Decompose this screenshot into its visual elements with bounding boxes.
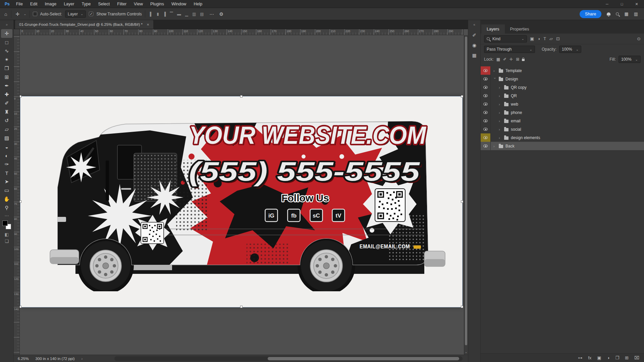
- expand-chevron-icon[interactable]: ›: [499, 111, 502, 115]
- filter-adjustment-layers-icon[interactable]: ◑: [537, 36, 540, 41]
- move-tool[interactable]: ✛: [1, 29, 12, 38]
- menu-window[interactable]: Window: [168, 0, 190, 8]
- screen-mode-icon[interactable]: ❏: [1, 238, 12, 244]
- expand-chevron-icon[interactable]: ›: [493, 144, 496, 148]
- vertical-scrollbar-thumb[interactable]: [465, 37, 467, 345]
- lock-image-icon[interactable]: ✐: [503, 57, 506, 62]
- expand-chevron-icon[interactable]: ›: [493, 77, 497, 80]
- lasso-tool[interactable]: ∿: [1, 47, 12, 55]
- layer-name[interactable]: Template: [505, 68, 522, 73]
- expand-chevron-icon[interactable]: ›: [499, 127, 502, 131]
- lock-all-icon[interactable]: [522, 59, 525, 61]
- layer-name[interactable]: social: [511, 127, 521, 132]
- align-bottom-icon[interactable]: ▁: [183, 12, 190, 16]
- layer-name[interactable]: QR: [511, 94, 517, 98]
- transform-handle-top-left[interactable]: [20, 95, 21, 98]
- align-top-icon[interactable]: ▔: [168, 12, 174, 16]
- layer-mask-icon[interactable]: ▣: [597, 355, 601, 360]
- auto-select-target-dropdown[interactable]: Layer ⌄: [65, 10, 86, 18]
- ruler-corner[interactable]: [14, 29, 20, 35]
- dodge-tool[interactable]: ◐: [1, 151, 12, 160]
- layer-row-template[interactable]: ›Template: [481, 66, 644, 75]
- hand-tool[interactable]: ✋: [1, 195, 12, 203]
- visibility-eye-icon[interactable]: [483, 94, 488, 97]
- foreground-color-swatch[interactable]: [2, 221, 8, 226]
- search-icon[interactable]: [616, 12, 619, 15]
- menu-view[interactable]: View: [130, 0, 147, 8]
- transform-handle-bottom-right[interactable]: [461, 306, 463, 308]
- fill-input[interactable]: 100% ⌄: [619, 56, 641, 63]
- distribute-h-icon[interactable]: ▥: [191, 12, 198, 16]
- minimize-button[interactable]: ─: [600, 0, 614, 8]
- adjustment-layer-icon[interactable]: ◑: [607, 355, 610, 360]
- filter-smart-objects-icon[interactable]: ⊡: [556, 36, 560, 41]
- clone-stamp-tool[interactable]: ♜: [1, 108, 12, 116]
- delete-layer-icon[interactable]: ⌧: [634, 355, 639, 360]
- edit-toolbar-icon[interactable]: ⋯: [1, 212, 12, 219]
- transform-handle-bottom-left[interactable]: [20, 306, 21, 308]
- layer-name[interactable]: QR copy: [511, 85, 527, 90]
- distribute-v-icon[interactable]: ▤: [198, 12, 205, 16]
- quick-mask-icon[interactable]: ◧: [1, 231, 12, 238]
- new-layer-icon[interactable]: ⊞: [625, 355, 629, 360]
- filter-pixel-layers-icon[interactable]: ▣: [530, 36, 534, 41]
- layer-row-qr-copy[interactable]: ›QR copy: [481, 83, 644, 92]
- link-layers-icon[interactable]: ⊶: [578, 355, 582, 360]
- blend-mode-dropdown[interactable]: Pass Through ⌄: [484, 46, 535, 53]
- status-expand-icon[interactable]: ›: [82, 357, 83, 361]
- opacity-input[interactable]: 100% ⌄: [559, 46, 581, 53]
- align-right-icon[interactable]: ▐: [161, 12, 168, 16]
- filter-type-layers-icon[interactable]: T: [543, 36, 546, 41]
- document-tab[interactable]: 01-Grunge-Food-Truck-Template_Driver.psd…: [15, 20, 153, 29]
- filter-toggle-icon[interactable]: ⊙: [637, 36, 641, 41]
- visibility-eye-icon[interactable]: [483, 136, 488, 139]
- workspace-settings-icon[interactable]: ⚙: [218, 11, 225, 17]
- menu-filter[interactable]: Filter: [113, 0, 130, 8]
- more-options-icon[interactable]: ⋯: [209, 11, 215, 17]
- crop-tool[interactable]: ❒: [1, 64, 12, 73]
- current-tool-icon[interactable]: ✛: [14, 11, 20, 17]
- layer-name[interactable]: Design: [505, 77, 518, 81]
- blur-tool[interactable]: ◒: [1, 142, 12, 151]
- visibility-eye-icon[interactable]: [483, 69, 488, 72]
- lock-transparency-icon[interactable]: ▦: [496, 57, 500, 62]
- menu-file[interactable]: File: [12, 0, 26, 8]
- eraser-tool[interactable]: ▱: [1, 125, 12, 134]
- frame-tool[interactable]: ⊞: [1, 73, 12, 81]
- menu-edit[interactable]: Edit: [26, 0, 41, 8]
- path-selection-tool[interactable]: ➤: [1, 177, 12, 186]
- layer-group-icon[interactable]: ❐: [615, 355, 619, 360]
- zoom-tool[interactable]: ⚲: [1, 203, 12, 212]
- layer-name[interactable]: design elements: [511, 135, 540, 140]
- show-transform-checkbox[interactable]: ✓: [89, 12, 93, 16]
- brush-tool[interactable]: ✐: [1, 99, 12, 108]
- lock-position-icon[interactable]: ✛: [509, 57, 513, 62]
- visibility-eye-icon[interactable]: [483, 103, 488, 106]
- menu-plugins[interactable]: Plugins: [147, 0, 168, 8]
- align-left-icon[interactable]: ▌: [148, 12, 155, 16]
- layer-row-web[interactable]: ›web: [481, 100, 644, 108]
- toolbar-collapse-icon[interactable]: »: [6, 20, 8, 29]
- visibility-eye-icon[interactable]: [483, 86, 488, 89]
- layer-name[interactable]: email: [511, 119, 521, 123]
- menu-type[interactable]: Type: [78, 0, 94, 8]
- tab-layers[interactable]: Layers: [481, 24, 505, 34]
- filter-shape-layers-icon[interactable]: ▱: [549, 36, 553, 41]
- transform-handle-top-center[interactable]: [240, 95, 243, 98]
- tab-close-icon[interactable]: ✕: [147, 23, 149, 26]
- layer-name[interactable]: web: [511, 102, 518, 107]
- brushes-panel-icon[interactable]: ✐: [470, 31, 479, 39]
- tool-preset-caret-icon[interactable]: ⌄: [23, 12, 26, 16]
- channels-panel-icon[interactable]: ▦: [470, 51, 479, 59]
- expand-chevron-icon[interactable]: ›: [499, 94, 502, 98]
- align-center-h-icon[interactable]: ▮: [155, 12, 161, 16]
- filter-kind-dropdown[interactable]: Kind ⌄: [484, 35, 527, 43]
- healing-brush-tool[interactable]: ✚: [1, 90, 12, 99]
- menu-image[interactable]: Image: [41, 0, 60, 8]
- layer-row-email[interactable]: ›email: [481, 117, 644, 125]
- eyedropper-tool[interactable]: ✒: [1, 81, 12, 90]
- visibility-eye-icon[interactable]: [483, 111, 488, 114]
- transform-handle-middle-right[interactable]: [461, 200, 463, 203]
- vertical-scrollbar[interactable]: ⌄: [464, 35, 468, 355]
- type-tool[interactable]: T: [1, 169, 12, 177]
